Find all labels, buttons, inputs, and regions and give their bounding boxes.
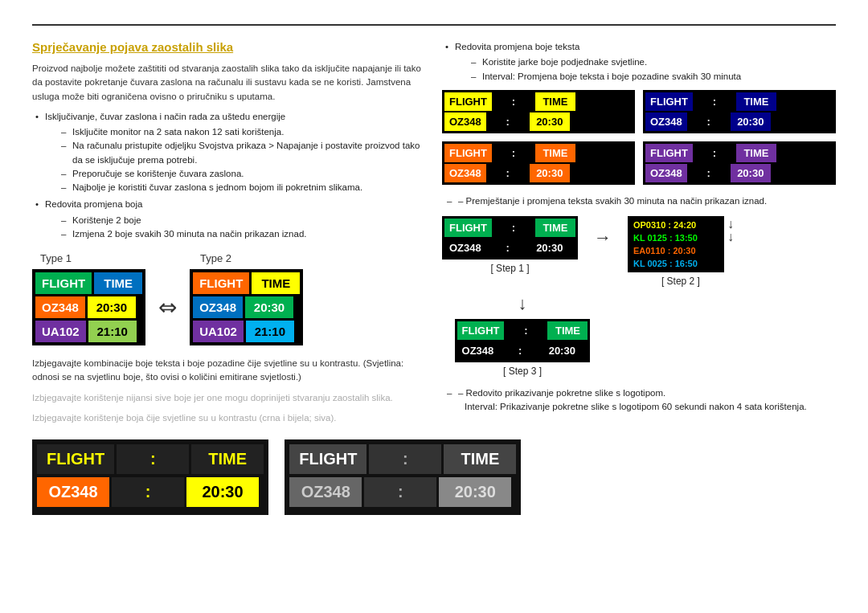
- mb4-colon2: :: [689, 164, 729, 182]
- down-arrow-step3: ↓: [518, 293, 527, 314]
- mb2-time: TIME: [736, 92, 776, 111]
- s1-flight: FLIGHT: [444, 219, 492, 237]
- warning2: Izbjegavajte korištenje nijansi sive boj…: [32, 391, 426, 405]
- black-2030-cell: 20:30: [186, 477, 259, 507]
- mb4-row1: FLIGHT : TIME: [645, 144, 833, 162]
- mb4-oz348: OZ348: [645, 164, 687, 182]
- step1-label: [ Step 1 ]: [490, 263, 529, 274]
- s3-flight: FLIGHT: [457, 321, 505, 340]
- step2-scrolling-board: OP0310 : 24:20 KL 0125 : 13:50 EA0110 : …: [628, 216, 724, 272]
- type2-2110-cell: 21:10: [246, 321, 294, 342]
- gray-colon2-cell: :: [364, 477, 436, 507]
- mb2-colon2: :: [689, 112, 729, 131]
- black-oz348-cell: OZ348: [37, 477, 109, 507]
- mb4-flight: FLIGHT: [645, 144, 693, 162]
- step1-block: FLIGHT : TIME OZ348 : 20:30 [ Step 1 ]: [442, 216, 578, 274]
- bullet-item-1: Isključivanje, čuvar zaslona i način rad…: [32, 110, 426, 195]
- type2-2030-cell: 20:30: [245, 296, 293, 318]
- right-arrow-icon: →: [594, 227, 612, 248]
- black-board-row2: OZ348 : 20:30: [37, 477, 264, 507]
- type1-row2: OZ348 20:30: [35, 296, 142, 318]
- mb1-row1: FLIGHT : TIME: [444, 92, 633, 111]
- mb3-time: TIME: [535, 144, 575, 162]
- gray-flight-cell: FLIGHT: [289, 444, 366, 474]
- mb4-2030: 20:30: [731, 164, 771, 182]
- black-board: FLIGHT : TIME OZ348 : 20:30: [32, 439, 268, 515]
- type2-oz348-cell: OZ348: [193, 296, 243, 318]
- mb1-time: TIME: [535, 92, 575, 111]
- mini-board-1: FLIGHT : TIME OZ348 : 20:30: [442, 90, 635, 133]
- mini-boards-grid: FLIGHT : TIME OZ348 : 20:30 FLIGHT : TIM…: [442, 90, 836, 185]
- right-column: Redovita promjena boje teksta Koristite …: [442, 40, 836, 515]
- warning3: Izbjegavajte korištenje boja čije svjetl…: [32, 411, 426, 425]
- dash-2b: Izmjena 2 boje svakih 30 minuta na način…: [61, 227, 426, 241]
- mb2-flight: FLIGHT: [645, 92, 693, 111]
- final-dash-1: – Redovito prikazivanje pokretne slike s…: [442, 386, 836, 400]
- mini-board-4: FLIGHT : TIME OZ348 : 20:30: [643, 141, 836, 185]
- top-rule: [32, 24, 836, 26]
- gray-colon-cell: :: [369, 444, 441, 474]
- dash-list-2: Korištenje 2 boje Izmjena 2 boje svakih …: [45, 214, 426, 242]
- s1-time: TIME: [535, 219, 575, 237]
- step2-block: OP0310 : 24:20 KL 0125 : 13:50 EA0110 : …: [628, 216, 734, 287]
- mb2-2030: 20:30: [731, 112, 771, 131]
- type2-row3: UA102 21:10: [193, 321, 300, 342]
- mb4-row2: OZ348 : 20:30: [645, 164, 833, 182]
- scroll-row2: KL 0125 : 13:50: [630, 231, 722, 244]
- mb1-row2: OZ348 : 20:30: [444, 112, 633, 131]
- page: Sprječavanje pojava zaostalih slika Proi…: [0, 0, 868, 613]
- black-flight-cell: FLIGHT: [37, 444, 114, 474]
- type1-2110-cell: 21:10: [88, 321, 137, 342]
- type-boards-row: FLIGHT TIME OZ348 20:30 UA102 21:10 ⇔: [32, 269, 426, 345]
- warning1: Izbjegavajte kombinacije boje teksta i b…: [32, 357, 426, 385]
- dash-1b: Na računalu pristupite odjeljku Svojstva…: [61, 139, 426, 167]
- step3-board: FLIGHT : TIME OZ348 : 20:30: [455, 319, 591, 362]
- type2-row2: OZ348 20:30: [193, 296, 300, 318]
- step-area: FLIGHT : TIME OZ348 : 20:30 [ Step 1 ]: [442, 216, 836, 415]
- mb3-colon: :: [493, 144, 534, 162]
- type2-label: Type 2: [200, 252, 231, 264]
- mb2-colon: :: [694, 92, 735, 111]
- type2-board: FLIGHT TIME OZ348 20:30 UA102 21:10: [190, 269, 303, 345]
- mini-board-3: FLIGHT : TIME OZ348 : 20:30: [442, 141, 635, 185]
- type2-row1: FLIGHT TIME: [193, 272, 300, 294]
- type2-time-cell: TIME: [252, 272, 300, 294]
- intro-paragraph: Proizvod najbolje možete zaštititi od st…: [32, 62, 426, 104]
- step2-label: [ Step 2 ]: [661, 276, 700, 287]
- scroll-row4: KL 0025 : 16:50: [630, 257, 722, 270]
- mb3-flight: FLIGHT: [444, 144, 492, 162]
- step-description: – Premještanje i promjena teksta svakih …: [442, 194, 836, 208]
- content-area: Sprječavanje pojava zaostalih slika Proi…: [32, 40, 836, 515]
- exchange-arrow-icon: ⇔: [158, 294, 177, 321]
- bottom-boards: FLIGHT : TIME OZ348 : 20:30 FLIGHT :: [32, 439, 426, 515]
- step2-board-group: OP0310 : 24:20 KL 0125 : 13:50 EA0110 : …: [628, 216, 734, 272]
- mb2-row1: FLIGHT : TIME: [645, 92, 833, 111]
- s3-time: TIME: [547, 321, 588, 340]
- type2-ua102-cell: UA102: [193, 321, 244, 342]
- type1-row1: FLIGHT TIME: [35, 272, 142, 294]
- type1-ua102-cell: UA102: [35, 321, 86, 342]
- type1-board: FLIGHT TIME OZ348 20:30 UA102 21:10: [32, 269, 145, 345]
- s3-colon: :: [506, 321, 546, 340]
- type1-time-cell: TIME: [94, 272, 142, 294]
- s3-colon2: :: [500, 341, 540, 360]
- right-dash-2: Interval: Promjena boje teksta i boje po…: [471, 70, 836, 84]
- s1-colon2: :: [488, 239, 528, 257]
- mb3-2030: 20:30: [530, 164, 570, 182]
- mb4-time: TIME: [736, 144, 776, 162]
- down-arrow-1: ↓: [727, 218, 734, 231]
- step3-label: [ Step 3 ]: [503, 366, 542, 377]
- dash-2a: Korištenje 2 boje: [61, 214, 426, 227]
- step3-block: FLIGHT : TIME OZ348 : 20:30 [ Step 3 ]: [455, 319, 591, 377]
- section-title: Sprječavanje pojava zaostalih slika: [32, 40, 426, 54]
- dash-list-1: Isključite monitor na 2 sata nakon 12 sa…: [45, 125, 426, 194]
- black-colon2-cell: :: [112, 477, 184, 507]
- down-arrow-2: ↓: [727, 231, 734, 243]
- mb2-oz348: OZ348: [645, 112, 687, 131]
- mb3-row2: OZ348 : 20:30: [444, 164, 633, 182]
- gray-oz348-cell: OZ348: [289, 477, 362, 507]
- type1-oz348-cell: OZ348: [35, 296, 85, 318]
- mb3-colon2: :: [488, 164, 528, 182]
- left-column: Sprječavanje pojava zaostalih slika Proi…: [32, 40, 426, 515]
- mb1-colon: :: [493, 92, 534, 111]
